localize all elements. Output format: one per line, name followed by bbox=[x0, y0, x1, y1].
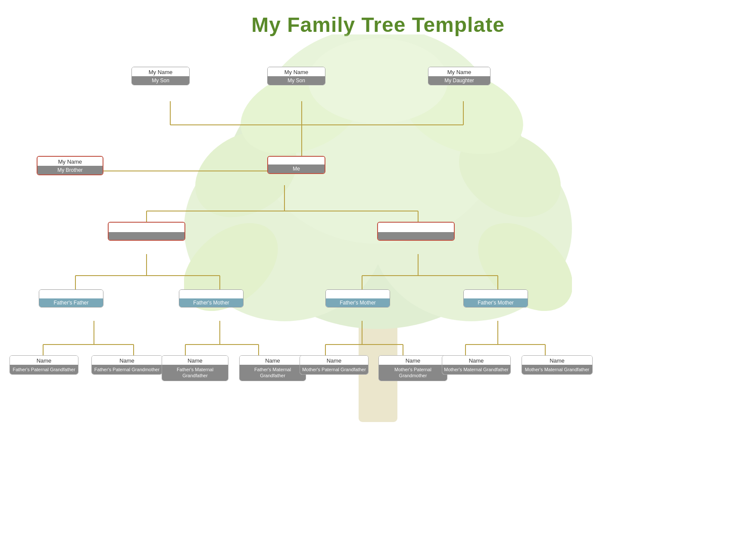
daughter-name: My Name bbox=[428, 67, 490, 76]
mm-name bbox=[464, 290, 528, 298]
ffmg-role: Father's Maternal Grandfather bbox=[162, 365, 228, 381]
daughter-node[interactable]: My Name My Daughter bbox=[428, 67, 490, 85]
father-name bbox=[109, 223, 184, 232]
mf-role: Father's Mother bbox=[326, 298, 390, 307]
me-name bbox=[268, 157, 325, 165]
brother-role: My Brother bbox=[37, 166, 103, 174]
mfmgm-name: Name bbox=[522, 356, 592, 365]
brother-name: My Name bbox=[37, 157, 103, 166]
mothers-father-node[interactable]: Father's Mother bbox=[325, 289, 390, 307]
mfmgm-node[interactable]: Name Mother's Maternal Grandfather bbox=[522, 355, 593, 375]
son2-name: My Name bbox=[268, 67, 325, 76]
father-role bbox=[109, 232, 184, 240]
ffpg-node[interactable]: Name Father's Paternal Grandfather bbox=[9, 355, 78, 375]
fathers-father-node[interactable]: Father's Father bbox=[39, 289, 103, 307]
fathers-mother-node[interactable]: Father's Mother bbox=[179, 289, 244, 307]
mfpg-name: Name bbox=[300, 356, 368, 365]
mother-node[interactable] bbox=[377, 222, 455, 241]
mother-name bbox=[378, 223, 454, 232]
mfpg-role: Mother's Paternal Grandfather bbox=[300, 365, 368, 374]
fm-name bbox=[179, 290, 243, 298]
ffmgm-node[interactable]: Name Father's Maternal Grandfather bbox=[239, 355, 306, 381]
son1-node[interactable]: My Name My Son bbox=[131, 67, 190, 85]
mfmg-role: Mother's Maternal Grandfather bbox=[442, 365, 510, 374]
ff-role: Father's Father bbox=[39, 298, 103, 307]
mf-name bbox=[326, 290, 390, 298]
mfmg-node[interactable]: Name Mother's Maternal Grandfather bbox=[442, 355, 511, 375]
ffmgm-name: Name bbox=[240, 356, 306, 365]
ffpg-role: Father's Paternal Grandfather bbox=[10, 365, 78, 374]
me-node[interactable]: Me bbox=[267, 156, 325, 174]
mothers-mother-node[interactable]: Father's Mother bbox=[463, 289, 528, 307]
father-node[interactable] bbox=[108, 222, 185, 241]
svg-point-9 bbox=[308, 38, 448, 124]
ffmg-node[interactable]: Name Father's Maternal Grandfather bbox=[162, 355, 228, 381]
son1-role: My Son bbox=[132, 76, 189, 85]
ffmgm-role: Father's Maternal Grandfather bbox=[240, 365, 306, 381]
fm-role: Father's Mother bbox=[179, 298, 243, 307]
ffpgm-name: Name bbox=[92, 356, 162, 365]
son1-name: My Name bbox=[132, 67, 189, 76]
mother-role bbox=[378, 232, 454, 240]
mm-role: Father's Mother bbox=[464, 298, 528, 307]
me-role: Me bbox=[268, 165, 325, 173]
brother-node[interactable]: My Name My Brother bbox=[37, 156, 103, 175]
mfpg-node[interactable]: Name Mother's Paternal Grandfather bbox=[300, 355, 369, 375]
ffmg-name: Name bbox=[162, 356, 228, 365]
son2-role: My Son bbox=[268, 76, 325, 85]
mfpgm-name: Name bbox=[379, 356, 447, 365]
ffpgm-node[interactable]: Name Father's Paternal Grandmother bbox=[91, 355, 162, 375]
page-title: My Family Tree Template bbox=[0, 0, 756, 37]
mfpgm-role: Mother's Paternal Grandmother bbox=[379, 365, 447, 381]
mfmgm-role: Mother's Maternal Grandfather bbox=[522, 365, 592, 374]
ffpg-name: Name bbox=[10, 356, 78, 365]
daughter-role: My Daughter bbox=[428, 76, 490, 85]
ffpgm-role: Father's Paternal Grandmother bbox=[92, 365, 162, 374]
ff-name bbox=[39, 290, 103, 298]
mfpgm-node[interactable]: Name Mother's Paternal Grandmother bbox=[378, 355, 447, 381]
mfmg-name: Name bbox=[442, 356, 510, 365]
son2-node[interactable]: My Name My Son bbox=[267, 67, 325, 85]
